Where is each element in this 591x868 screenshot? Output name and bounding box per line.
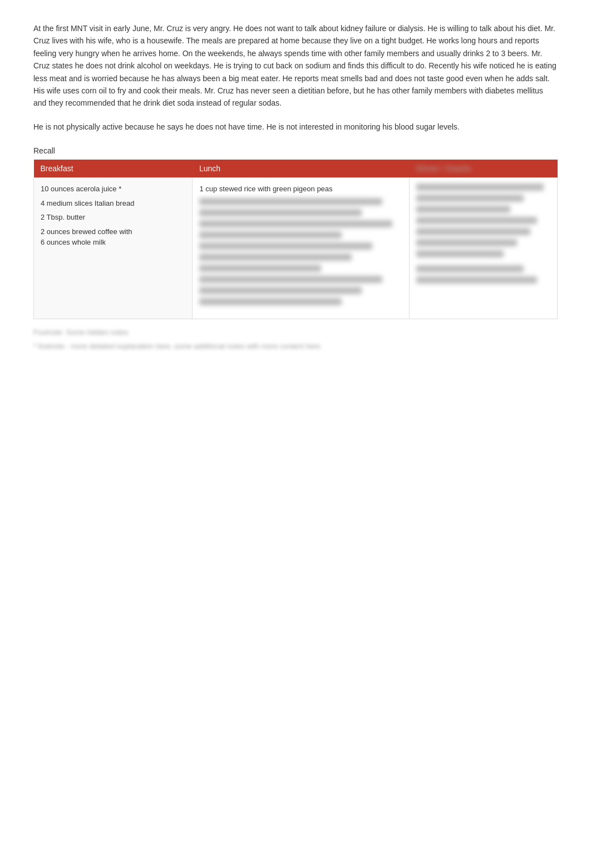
- breakfast-item-4: 2 ounces brewed coffee with6 ounces whol…: [41, 226, 185, 248]
- breakfast-item-2: 4 medium slices Italian bread: [41, 198, 185, 209]
- recall-table: Breakfast Lunch Dinner / Snacks 10 ounce…: [33, 160, 558, 319]
- footer-note: Footnote: Some hidden notes: [33, 328, 558, 336]
- lunch-header: Lunch: [193, 160, 410, 178]
- footer-paragraph: * footnote - more detailed explanation h…: [33, 341, 558, 352]
- breakfast-cell: 10 ounces acerola juice * 4 medium slice…: [34, 178, 193, 319]
- dinner-items-blurred: [416, 183, 550, 284]
- lunch-item-blurred-1: [199, 198, 402, 305]
- recall-label: Recall: [33, 146, 558, 155]
- dinner-header: Dinner / Snacks: [410, 160, 558, 178]
- breakfast-header: Breakfast: [34, 160, 193, 178]
- secondary-paragraph: He is not physically active because he s…: [33, 121, 558, 133]
- lunch-item-1: 1 cup stewed rice with green pigeon peas: [199, 183, 402, 195]
- breakfast-item-1: 10 ounces acerola juice *: [41, 183, 185, 195]
- breakfast-item-3: 2 Tbsp. butter: [41, 212, 185, 223]
- dinner-cell: [410, 178, 558, 319]
- main-paragraph: At the first MNT visit in early June, Mr…: [33, 22, 558, 110]
- lunch-cell: 1 cup stewed rice with green pigeon peas: [193, 178, 410, 319]
